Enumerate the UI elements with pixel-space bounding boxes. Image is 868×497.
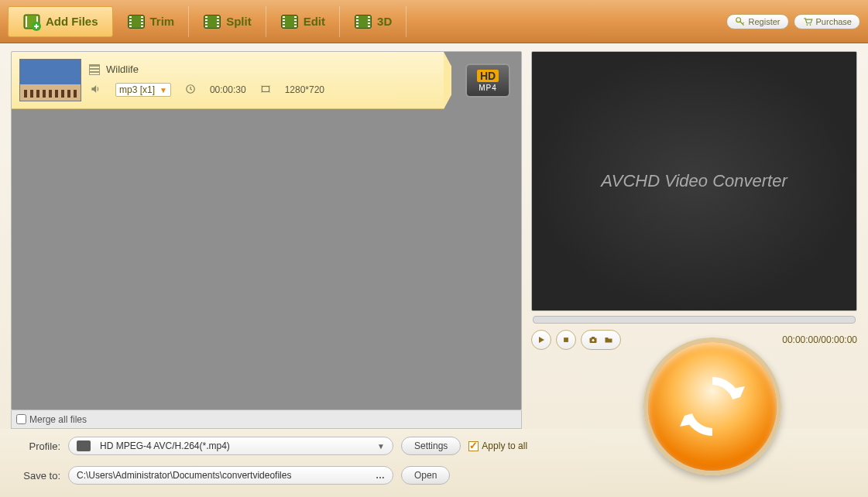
convert-icon <box>674 368 751 445</box>
preview-timecode: 00:00:00/00:00:00 <box>782 334 857 345</box>
svg-point-6 <box>809 24 811 26</box>
profile-label: Profile: <box>14 440 60 452</box>
svg-rect-12 <box>592 337 595 338</box>
trim-button[interactable]: Trim <box>113 6 190 37</box>
merge-checkbox[interactable] <box>16 414 26 424</box>
edit-button[interactable]: Edit <box>266 6 340 37</box>
svg-rect-9 <box>564 338 568 342</box>
edit-icon <box>280 12 299 31</box>
main-area: Wildlife mp3 [x1] ▼ <box>0 43 868 429</box>
file-row-body: Wildlife mp3 [x1] ▼ <box>89 63 436 97</box>
svg-rect-1 <box>26 16 27 27</box>
preview-placeholder: AVCHD Video Converter <box>601 171 787 191</box>
settings-button[interactable]: Settings <box>401 437 461 455</box>
file-duration: 00:00:30 <box>210 84 246 95</box>
profile-dropdown[interactable]: HD MPEG-4 AVC/H.264(*.mp4) ▼ <box>68 437 393 455</box>
audio-track-value: mp3 [x1] <box>119 84 155 95</box>
clock-icon <box>185 84 196 97</box>
file-list: Wildlife mp3 [x1] ▼ <box>11 51 522 410</box>
file-row[interactable]: Wildlife mp3 [x1] ▼ <box>12 52 444 109</box>
trim-label: Trim <box>150 15 175 28</box>
add-files-icon <box>22 12 41 31</box>
browse-button[interactable]: … <box>376 470 385 481</box>
preview-pane: AVCHD Video Converter <box>531 51 857 311</box>
audio-icon <box>89 84 101 97</box>
split-label: Split <box>226 15 252 28</box>
save-to-field[interactable]: C:\Users\Administrator\Documents\convert… <box>68 466 393 485</box>
file-resolution: 1280*720 <box>285 84 324 95</box>
play-button[interactable] <box>531 330 551 350</box>
right-column: AVCHD Video Converter 00:00:00/00:00:00 <box>531 51 857 429</box>
key-icon <box>735 16 746 27</box>
output-format-badge[interactable]: HD MP4 <box>465 63 510 98</box>
audio-track-dropdown[interactable]: mp3 [x1] ▼ <box>115 83 171 97</box>
toolbar-right-group: Register Purchase <box>726 14 860 29</box>
preview-seek-slider[interactable] <box>533 316 856 324</box>
profile-format-icon <box>77 440 91 451</box>
apply-label: Apply to all <box>482 440 527 451</box>
3d-label: 3D <box>377 15 392 28</box>
3d-button[interactable]: 3D <box>340 6 407 37</box>
badge-format: MP4 <box>479 84 497 92</box>
open-button[interactable]: Open <box>401 466 450 485</box>
profile-value: HD MPEG-4 AVC/H.264(*.mp4) <box>100 440 230 451</box>
main-toolbar: Add Files Trim Split Edit 3D Register Pu… <box>0 0 868 43</box>
merge-label: Merge all files <box>29 414 87 425</box>
register-button[interactable]: Register <box>726 14 789 29</box>
svg-point-5 <box>806 24 808 26</box>
snapshot-buttons[interactable] <box>581 330 621 350</box>
save-to-path: C:\Users\Administrator\Documents\convert… <box>77 470 291 481</box>
split-icon <box>203 12 221 31</box>
stop-button[interactable] <box>556 330 576 350</box>
trim-icon <box>127 12 146 31</box>
convert-button[interactable] <box>643 338 781 475</box>
add-files-button[interactable]: Add Files <box>8 6 113 37</box>
cart-icon <box>802 16 813 27</box>
film-strip-icon <box>89 64 100 75</box>
file-title: Wildlife <box>106 63 139 75</box>
left-column: Wildlife mp3 [x1] ▼ <box>11 51 522 429</box>
badge-hd: HD <box>477 70 499 82</box>
save-to-label: Save to: <box>14 470 60 482</box>
merge-bar: Merge all files <box>11 410 522 429</box>
apply-checkbox[interactable] <box>468 441 479 451</box>
open-label: Open <box>414 470 437 481</box>
3d-icon <box>354 12 372 31</box>
purchase-button[interactable]: Purchase <box>794 14 860 29</box>
svg-rect-8 <box>262 86 269 91</box>
register-label: Register <box>749 17 781 26</box>
chevron-down-icon: ▼ <box>377 442 385 451</box>
resolution-icon <box>260 84 271 97</box>
svg-point-11 <box>592 339 595 341</box>
apply-to-all[interactable]: Apply to all <box>468 440 527 451</box>
folder-icon <box>603 335 614 344</box>
split-button[interactable]: Split <box>189 6 266 37</box>
camera-icon <box>588 335 599 344</box>
settings-label: Settings <box>414 440 448 451</box>
video-thumbnail <box>19 59 81 101</box>
edit-label: Edit <box>304 15 325 28</box>
chevron-down-icon: ▼ <box>160 86 167 94</box>
add-files-label: Add Files <box>46 15 98 28</box>
purchase-label: Purchase <box>816 17 852 26</box>
svg-point-4 <box>736 17 740 22</box>
